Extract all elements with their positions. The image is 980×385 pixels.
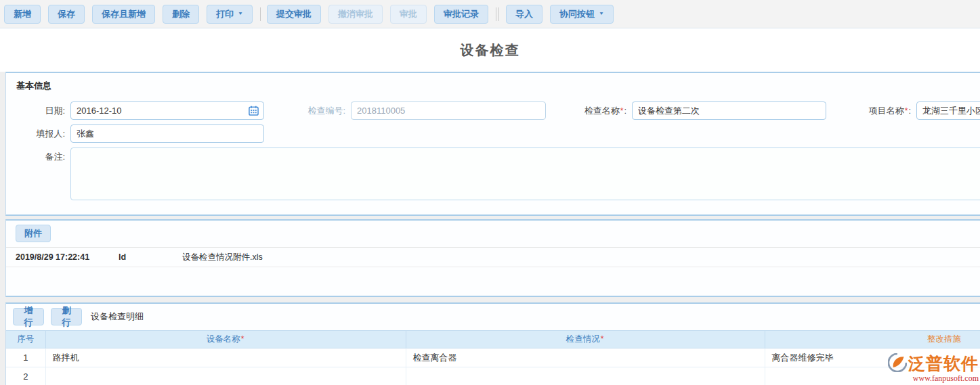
form-row-1: 日期: 检查编号: 检查名称*: xyxy=(6,101,980,120)
table-row[interactable]: 1 路拌机 检查离合器 离合器维修完毕 xyxy=(6,348,980,367)
inspection-name-label: 检查名称*: xyxy=(546,105,632,117)
collaboration-dropdown-button[interactable]: 协同按钮 ▼ xyxy=(550,5,614,24)
collaboration-button-label: 协同按钮 xyxy=(559,8,595,20)
detail-section-title: 设备检查明细 xyxy=(91,311,144,323)
new-button[interactable]: 新增 xyxy=(4,5,41,24)
remark-textarea[interactable] xyxy=(70,148,980,200)
basic-info-form: 日期: 检查编号: 检查名称*: xyxy=(6,97,980,214)
required-mark: * xyxy=(241,334,244,344)
print-button-label: 打印 xyxy=(216,8,234,20)
attachment-filename[interactable]: 设备检查情况附件.xls xyxy=(182,252,263,263)
basic-info-section-title: 基本信息 xyxy=(6,73,980,97)
cell-measure[interactable]: 离合器维修完毕 xyxy=(765,348,980,367)
table-row[interactable]: 2 xyxy=(6,367,980,385)
chevron-down-icon: ▼ xyxy=(238,12,243,16)
content-area: 设备检查 基本信息 日期: xyxy=(0,28,980,385)
cell-measure[interactable] xyxy=(765,367,980,385)
inspection-name-input[interactable] xyxy=(632,101,826,120)
save-button[interactable]: 保存 xyxy=(48,5,85,24)
required-mark: * xyxy=(905,106,908,116)
submit-approval-button[interactable]: 提交审批 xyxy=(267,5,321,24)
detail-panel: 增行 删行 设备检查明细 序号 设备名称* 检查情况* 整改措施 1 路拌机 检… xyxy=(5,302,980,385)
required-mark: * xyxy=(601,334,604,344)
cell-no: 2 xyxy=(6,367,45,385)
approve-button: 审批 xyxy=(390,5,427,24)
cell-status[interactable] xyxy=(406,367,765,385)
attachment-time: 2019/8/29 17:22:41 xyxy=(16,252,119,262)
calendar-icon[interactable] xyxy=(249,106,259,118)
toolbar-separator xyxy=(260,7,261,21)
import-button[interactable]: 导入 xyxy=(506,5,542,24)
save-and-new-button[interactable]: 保存且新增 xyxy=(92,5,155,24)
add-row-button[interactable]: 增行 xyxy=(13,308,44,325)
reporter-label: 填报人: xyxy=(6,128,70,140)
detail-table-header-row: 序号 设备名称* 检查情况* 整改措施 xyxy=(6,331,980,348)
attachment-row[interactable]: 2019/8/29 17:22:41 ld 设备检查情况附件.xls xyxy=(6,248,980,267)
basic-info-panel: 基本信息 日期: 检查编号: xyxy=(5,72,980,216)
chevron-down-icon: ▼ xyxy=(599,12,604,16)
attachment-button[interactable]: 附件 xyxy=(16,225,51,242)
attachment-uploader: ld xyxy=(119,252,182,262)
top-toolbar: 新增 保存 保存且新增 删除 打印 ▼ 提交审批 撤消审批 审批 审批记录 导入… xyxy=(0,0,980,28)
required-mark: * xyxy=(620,106,624,116)
project-name-input[interactable] xyxy=(916,101,980,120)
cell-equipment[interactable] xyxy=(45,367,406,385)
inspection-no-label: 检查编号: xyxy=(264,105,351,117)
page-title: 设备检查 xyxy=(461,41,520,60)
column-header-equipment[interactable]: 设备名称* xyxy=(45,331,406,348)
title-band: 设备检查 xyxy=(0,28,980,72)
reporter-input[interactable] xyxy=(70,124,264,143)
cell-status[interactable]: 检查离合器 xyxy=(406,348,765,367)
delete-row-button[interactable]: 删行 xyxy=(51,308,82,325)
cancel-approval-button: 撤消审批 xyxy=(328,5,383,24)
detail-toolbar: 增行 删行 设备检查明细 xyxy=(6,304,980,330)
print-dropdown-button[interactable]: 打印 ▼ xyxy=(207,5,253,24)
date-label: 日期: xyxy=(6,105,70,117)
project-name-label: 项目名称*: xyxy=(826,105,916,117)
date-input[interactable] xyxy=(70,101,264,120)
column-header-no[interactable]: 序号 xyxy=(6,331,45,348)
form-row-3: 备注: xyxy=(6,148,980,200)
cell-no: 1 xyxy=(6,348,45,367)
detail-table: 序号 设备名称* 检查情况* 整改措施 1 路拌机 检查离合器 离合器维修完毕 … xyxy=(6,330,980,385)
approval-records-button[interactable]: 审批记录 xyxy=(434,5,488,24)
remark-label: 备注: xyxy=(6,148,70,163)
attachments-panel: 附件 2019/8/29 17:22:41 ld 设备检查情况附件.xls xyxy=(5,219,980,297)
cell-equipment[interactable]: 路拌机 xyxy=(45,348,406,367)
column-header-measure[interactable]: 整改措施 xyxy=(765,331,980,348)
form-row-2: 填报人: xyxy=(6,124,980,143)
inspection-no-input xyxy=(351,101,546,120)
toolbar-separator xyxy=(496,7,496,21)
delete-button[interactable]: 删除 xyxy=(163,5,199,24)
attachments-toolbar: 附件 xyxy=(6,221,980,248)
column-header-status[interactable]: 检查情况* xyxy=(406,331,765,348)
